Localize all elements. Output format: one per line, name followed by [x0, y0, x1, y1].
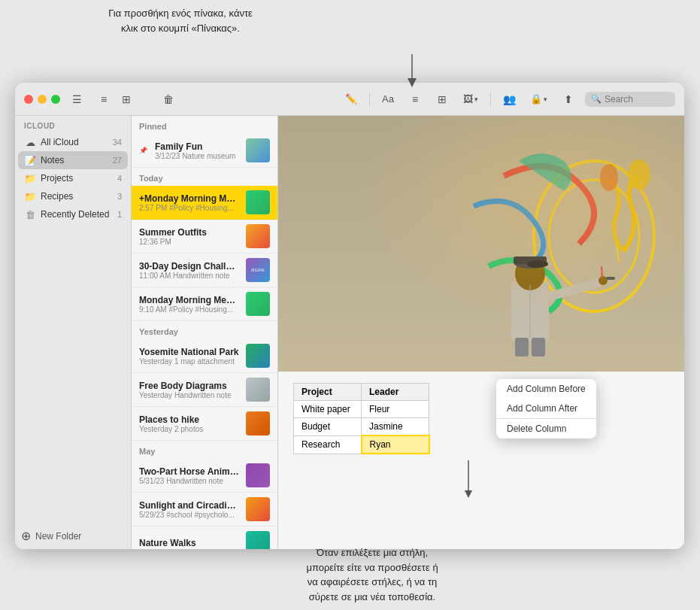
list-view-button[interactable]: ≡: [93, 89, 114, 110]
sidebar-section-label: iCloud: [15, 116, 131, 133]
table-row: Research Ryan: [294, 435, 429, 454]
pin-icon: 📌: [139, 147, 147, 154]
note-thumbnail: [246, 190, 270, 214]
search-input[interactable]: [605, 94, 672, 105]
table-row: Budget Jasmine: [294, 418, 429, 436]
view-toggle-group: ≡ ⊞: [93, 89, 137, 110]
notes-icon: 📝: [24, 154, 36, 166]
compose-button[interactable]: ✏️: [341, 89, 362, 110]
sidebar-item-projects[interactable]: 📁 Projects 4: [18, 169, 128, 187]
folder-icon: 📁: [24, 172, 36, 184]
section-pinned: Pinned: [132, 116, 277, 134]
folder-icon-recipes: 📁: [24, 190, 36, 202]
collaboration-button[interactable]: 👥: [498, 89, 520, 110]
cloud-icon: ☁: [24, 136, 36, 148]
minimize-button[interactable]: [38, 95, 47, 104]
add-column-after-menuitem[interactable]: Add Column After: [496, 399, 596, 418]
section-may: May: [132, 441, 277, 459]
section-yesterday: Yesterday: [132, 321, 277, 339]
note-item-yosemite[interactable]: Yosemite National Park Yesterday 1 map a…: [132, 339, 277, 373]
table-cell-leader-3[interactable]: Ryan: [362, 435, 429, 454]
titlebar: ☰ ≡ ⊞ 🗑 ✏️ Aa ≡ ⊞ 🖼 ▾: [15, 83, 684, 116]
note-thumbnail: [246, 138, 270, 162]
sidebar-item-all-icloud[interactable]: ☁ All iCloud 34: [18, 133, 128, 151]
note-thumbnail: RGAN: [246, 258, 270, 282]
note-item-body-diagrams[interactable]: Free Body Diagrams Yesterday Handwritten…: [132, 373, 277, 407]
table-cell-leader-2[interactable]: Jasmine: [362, 418, 429, 436]
table-header-project: Project: [294, 384, 362, 401]
note-item-summer-outfits[interactable]: Summer Outfits 12:36 PM: [132, 220, 277, 253]
note-thumbnail: [246, 344, 270, 368]
note-thumbnail: [246, 292, 270, 316]
note-thumbnail: [246, 497, 270, 521]
sidebar-item-recently-deleted[interactable]: 🗑 Recently Deleted 1: [18, 205, 128, 223]
note-item-30day-design[interactable]: 30-Day Design Challen... 11:00 AM Handwr…: [132, 253, 277, 287]
maximize-button[interactable]: [51, 95, 60, 104]
trash-icon: 🗑: [24, 208, 36, 220]
delete-column-menuitem[interactable]: Delete Column: [496, 419, 596, 439]
table-cell-leader-1[interactable]: Fleur: [362, 401, 429, 418]
note-item-horse-anim[interactable]: Two-Part Horse Anima... 5/31/23 Handwrit…: [132, 459, 277, 493]
section-today: Today: [132, 168, 277, 186]
table-row: White paper Fleur: [294, 401, 429, 418]
notes-list: Pinned 📌 Family Fun 3/12/23 Nature museu…: [132, 116, 278, 549]
note-item-places-hike[interactable]: Places to hike Yesterday 2 photos: [132, 407, 277, 441]
annotation-bottom: Όταν επιλέξετε μια στήλη, μπορείτε είτε …: [256, 545, 489, 604]
note-item-monday-morning[interactable]: +Monday Morning Mee... 2:57 PM #Policy #…: [132, 186, 277, 220]
add-column-before-menuitem[interactable]: Add Column Before: [496, 379, 596, 399]
delete-note-button[interactable]: 🗑: [158, 89, 179, 110]
note-thumbnail: [246, 411, 270, 435]
new-folder-button[interactable]: ⊕ New Folder: [15, 523, 131, 549]
main-window: ☰ ≡ ⊞ 🗑 ✏️ Aa ≡ ⊞ 🖼 ▾: [15, 83, 684, 549]
note-image: [278, 116, 684, 372]
search-icon: 🔍: [591, 94, 602, 104]
note-item-family-fun[interactable]: 📌 Family Fun 3/12/23 Nature museum: [132, 134, 277, 168]
context-menu: Add Column Before Add Column After Delet…: [496, 379, 596, 439]
annotation-top: Για προσθήκη ενός πίνακα, κάντε κλικ στο…: [98, 6, 263, 35]
sidebar-item-notes[interactable]: 📝 Notes 27: [18, 151, 128, 169]
table-cell-project-1[interactable]: White paper: [294, 401, 362, 418]
grid-view-button[interactable]: ⊞: [116, 89, 137, 110]
sidebar-toggle-button[interactable]: ☰: [66, 89, 87, 110]
note-thumbnail: [246, 378, 270, 402]
content-area: iCloud ☁ All iCloud 34 📝 Notes 27 📁 Proj…: [15, 116, 684, 549]
lock-button[interactable]: 🔒 ▾: [526, 91, 552, 107]
font-button[interactable]: Aa: [377, 91, 398, 107]
search-bar: 🔍: [585, 92, 675, 107]
table-header-leader[interactable]: Leader: [362, 384, 429, 401]
note-table-area: Project Leader: [278, 372, 684, 466]
note-thumbnail: [246, 463, 270, 487]
close-button[interactable]: [24, 95, 33, 104]
note-thumbnail: [246, 224, 270, 248]
sidebar-item-recipes[interactable]: 📁 Recipes 3: [18, 187, 128, 205]
media-button[interactable]: 🖼 ▾: [459, 91, 483, 107]
note-table: Project Leader: [293, 383, 430, 454]
traffic-lights: [24, 95, 60, 104]
note-content-area: Project Leader: [278, 116, 684, 549]
note-item-sunlight[interactable]: Sunlight and Circadian... 5/29/23 #schoo…: [132, 493, 277, 527]
table-cell-project-2[interactable]: Budget: [294, 418, 362, 436]
share-button[interactable]: ⬆: [558, 89, 579, 110]
table-cell-project-3[interactable]: Research: [294, 435, 362, 454]
note-item-monday-meeting[interactable]: Monday Morning Meeting 9:10 AM #Policy #…: [132, 287, 277, 321]
sidebar: iCloud ☁ All iCloud 34 📝 Notes 27 📁 Proj…: [15, 116, 132, 549]
